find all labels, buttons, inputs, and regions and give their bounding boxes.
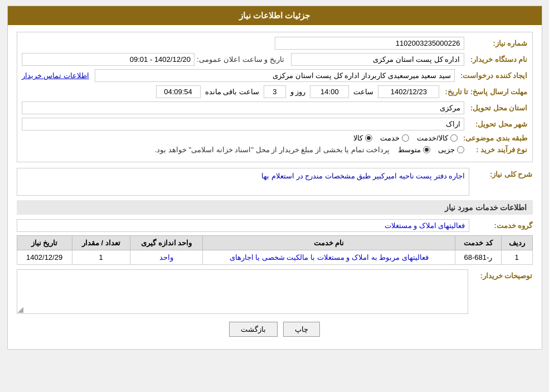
purchase-type-label: نوع فرآیند خرید :: [467, 146, 528, 154]
category-option-kala: کالا: [353, 134, 372, 142]
page-title: جزئیات اطلاعات نیاز: [239, 11, 310, 20]
col-date: تاریخ نیاز: [17, 236, 72, 250]
response-deadline-row: مهلت ارسال پاسخ: تا تاریخ: 1402/12/23 سا…: [22, 85, 528, 98]
creator-value: سید سعید میرسعیدی کاربرداز اداره کل پست …: [95, 69, 455, 82]
service-group-value: فعالیتهای املاک و مستغلات: [17, 219, 469, 232]
col-name: نام خدمت: [203, 236, 455, 250]
creator-row: ایجاد کننده درخواست: سید سعید میرسعیدی ک…: [22, 69, 528, 82]
buyer-org-value: اداره کل پست استان مرکزی: [291, 53, 464, 66]
need-number-value: 1102003235000226: [275, 37, 464, 50]
cell-name: فعالیتهای مربوط به املاک و مستغلات با ما…: [203, 250, 455, 265]
radio-kala-khadamat[interactable]: [450, 134, 458, 142]
need-description-value: اجاره دفتر پست ناحیه امیرکبیر طبق مشخصات…: [17, 168, 469, 196]
buyer-comments-container: [17, 269, 468, 314]
table-header-row: ردیف کد خدمت نام خدمت واحد اندازه گیری ت…: [17, 236, 532, 250]
response-time-label: ساعت: [351, 88, 376, 96]
table-row: 1 ر-681-68 فعالیتهای مربوط به املاک و مس…: [17, 250, 532, 265]
service-group-label: گروه خدمت:: [472, 221, 533, 230]
radio-jozi[interactable]: [457, 146, 464, 153]
announcement-date-label: تاریخ و ساعت اعلان عمومی:: [197, 55, 289, 64]
category-radio-group: کالا/خدمت خدمت کالا: [353, 134, 458, 142]
response-deadline-label: مهلت ارسال پاسخ: تا تاریخ:: [441, 88, 527, 96]
cell-quantity: 1: [72, 250, 130, 265]
purchase-radio-group: جزیی متوسط: [398, 146, 464, 154]
need-description-row: شرح کلی نیاز: اجاره دفتر پست ناحیه امیرک…: [17, 168, 533, 196]
group-service-row: گروه خدمت: فعالیتهای املاک و مستغلات: [17, 219, 533, 232]
response-remaining-label: ساعت باقی مانده: [203, 88, 261, 96]
print-button[interactable]: چاپ: [283, 322, 320, 337]
resize-handle: [18, 307, 23, 313]
creator-label: ایجاد کننده درخواست:: [457, 71, 528, 80]
main-container: جزئیات اطلاعات نیاز شماره نیاز: 11020032…: [7, 6, 542, 350]
delivery-province-label: استان محل تحویل:: [467, 104, 528, 112]
need-number-row: شماره نیاز: 1102003235000226: [22, 37, 528, 50]
category-label: طبقه بندی موضوعی:: [460, 134, 528, 142]
response-day-label: روز و: [288, 88, 308, 96]
delivery-city-row: شهر محل تحویل: اراک: [22, 118, 528, 130]
response-remaining: 04:09:54: [156, 85, 201, 98]
response-days: 3: [264, 85, 286, 98]
announcement-date-value: 1402/12/20 - 09:01: [22, 53, 195, 66]
purchase-type-row: نوع فرآیند خرید : جزیی متوسط پرداخت تمام…: [22, 146, 528, 154]
delivery-province-value: مرکزی: [22, 101, 464, 114]
buyer-comments-row: توصیحات خریدار:: [17, 269, 533, 314]
response-date: 1402/12/23: [378, 85, 439, 98]
purchase-option-motavasset: متوسط: [398, 146, 430, 154]
buyer-org-label: نام دستگاه خریدار:: [467, 55, 528, 64]
col-code: کد خدمت: [455, 236, 501, 250]
col-unit: واحد اندازه گیری: [130, 236, 203, 250]
creator-link[interactable]: اطلاعات تماس خریدار: [22, 71, 89, 80]
purchase-note: پرداخت تمام یا بخشی از مبلغ خریدار از مح…: [155, 146, 390, 154]
purchase-option-jozi: جزیی: [438, 146, 464, 154]
col-quantity: تعداد / مقدار: [72, 236, 130, 250]
category-label-khadamat: خدمت: [380, 134, 400, 142]
cell-row: 1: [501, 250, 532, 265]
radio-khadamat[interactable]: [402, 134, 409, 142]
col-row: ردیف: [501, 236, 532, 250]
purchase-label-jozi: جزیی: [438, 146, 455, 154]
radio-kala[interactable]: [365, 134, 372, 142]
category-label-kala: کالا: [353, 134, 363, 142]
buyer-org-row: نام دستگاه خریدار: اداره کل پست استان مر…: [22, 53, 528, 66]
buyer-comments-box[interactable]: [17, 269, 468, 314]
back-button[interactable]: بازگشت: [229, 322, 278, 337]
services-section-title: اطلاعات خدمات مورد نیاز: [17, 200, 533, 215]
delivery-city-label: شهر محل تحویل:: [467, 120, 528, 128]
category-option-kala-khadamat: کالا/خدمت: [417, 134, 458, 142]
cell-unit: واحد: [130, 250, 203, 265]
category-row: طبقه بندی موضوعی: کالا/خدمت خدمت کالا: [22, 134, 528, 142]
response-time: 14:00: [310, 85, 349, 98]
category-label-kala-khadamat: کالا/خدمت: [417, 134, 448, 142]
form-section: شماره نیاز: 1102003235000226 نام دستگاه …: [17, 32, 533, 162]
cell-code: ر-681-68: [455, 250, 501, 265]
cell-date: 1402/12/29: [17, 250, 72, 265]
category-option-khadamat: خدمت: [380, 134, 409, 142]
need-number-label: شماره نیاز:: [467, 39, 528, 47]
footer-buttons: چاپ بازگشت: [17, 322, 533, 337]
need-description-label: شرح کلی نیاز:: [472, 168, 533, 178]
services-table: ردیف کد خدمت نام خدمت واحد اندازه گیری ت…: [17, 235, 533, 265]
delivery-province-row: استان محل تحویل: مرکزی: [22, 101, 528, 114]
radio-motavasset[interactable]: [423, 146, 430, 153]
page-header: جزئیات اطلاعات نیاز: [8, 6, 542, 25]
purchase-label-motavasset: متوسط: [398, 146, 421, 154]
delivery-city-value: اراک: [22, 118, 464, 130]
buyer-comments-label: توصیحات خریدار:: [472, 269, 533, 280]
